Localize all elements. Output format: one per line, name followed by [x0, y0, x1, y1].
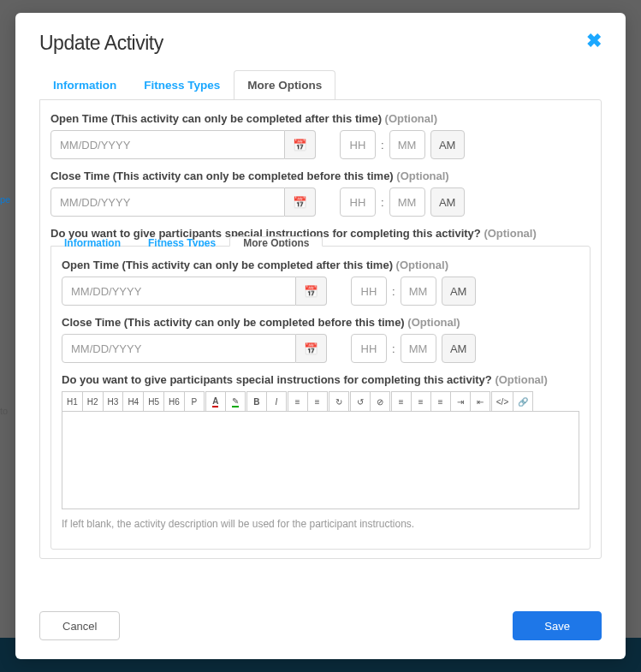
calendar-icon: 📅 — [304, 342, 318, 355]
nested-open-time-label: Open Time (This activity can only be com… — [62, 259, 579, 271]
toolbar-code-button[interactable]: </> — [491, 391, 513, 412]
nested-close-time-label: Close Time (This activity can only be co… — [62, 316, 579, 329]
tab-fitness-types[interactable]: Fitness Types — [130, 70, 234, 100]
modal-footer: Cancel Save — [39, 596, 602, 640]
toolbar-h1-button[interactable]: H1 — [62, 391, 83, 412]
cancel-button[interactable]: Cancel — [39, 611, 120, 640]
toolbar-italic-button[interactable]: I — [266, 391, 287, 412]
toolbar-h5-button[interactable]: H5 — [143, 391, 164, 412]
unordered-list-icon: ≡ — [315, 397, 320, 407]
undo-icon: ↺ — [357, 397, 364, 407]
update-activity-modal: Update Activity ✖ Information Fitness Ty… — [15, 13, 626, 659]
nested-tab-information[interactable]: Information — [50, 236, 134, 247]
bg-color-icon: ✎ — [232, 396, 239, 407]
calendar-icon: 📅 — [293, 196, 307, 209]
toolbar-ol-button[interactable]: ≡ — [288, 391, 308, 412]
toolbar-h3-button[interactable]: H3 — [103, 391, 124, 412]
close-time-label: Close Time (This activity can only be co… — [50, 169, 591, 182]
nested-open-date-picker-button[interactable]: 📅 — [296, 277, 327, 306]
toolbar-link-button[interactable]: 🔗 — [513, 391, 533, 412]
toolbar-ul-button[interactable]: ≡ — [307, 391, 328, 412]
open-date-picker-button[interactable]: 📅 — [285, 130, 316, 159]
open-hour-input[interactable] — [340, 130, 376, 159]
nested-close-minute-input[interactable] — [401, 334, 436, 363]
instructions-editor[interactable] — [62, 411, 579, 509]
ordered-list-icon: ≡ — [295, 397, 300, 407]
tab-information[interactable]: Information — [39, 70, 130, 100]
nested-open-minute-input[interactable] — [401, 277, 436, 306]
background-text: pe — [0, 194, 10, 205]
toolbar-undo-button[interactable]: ↺ — [350, 391, 371, 412]
toolbar-bold-button[interactable]: B — [246, 391, 267, 412]
nested-tab-more[interactable]: More Options — [229, 236, 323, 247]
nested-open-ampm-toggle[interactable]: AM — [442, 277, 476, 306]
toolbar-indent-button[interactable]: ⇥ — [450, 391, 471, 412]
toolbar-h6-button[interactable]: H6 — [163, 391, 185, 412]
instructions-label: Do you want to give participants special… — [62, 373, 579, 386]
align-right-icon: ≡ — [438, 397, 443, 407]
toolbar-h4-button[interactable]: H4 — [122, 391, 144, 412]
calendar-icon: 📅 — [304, 285, 318, 298]
bold-icon: B — [253, 397, 259, 407]
close-minute-input[interactable] — [389, 187, 425, 217]
link-icon: 🔗 — [518, 397, 528, 407]
modal-title: Update Activity — [39, 32, 163, 55]
align-center-icon: ≡ — [418, 397, 424, 407]
text-color-icon: A — [212, 396, 218, 407]
tab-bar: Information Fitness Types More Options — [39, 70, 602, 100]
toolbar-bg-color-button[interactable]: ✎ — [225, 391, 246, 412]
calendar-icon: 📅 — [293, 139, 307, 152]
toolbar-align-center-button[interactable]: ≡ — [411, 391, 431, 412]
nested-panel: Open Time (This activity can only be com… — [50, 246, 591, 550]
toolbar-redo-button[interactable]: ↻ — [329, 391, 349, 412]
tab-more-options[interactable]: More Options — [234, 70, 335, 100]
toolbar-align-right-button[interactable]: ≡ — [430, 391, 451, 412]
toolbar-text-color-button[interactable]: A — [205, 391, 226, 412]
code-icon: </> — [496, 397, 508, 407]
indent-icon: ⇥ — [457, 397, 464, 407]
clear-icon: ⊘ — [377, 397, 383, 407]
nested-close-hour-input[interactable] — [351, 334, 387, 363]
nested-open-date-input[interactable] — [62, 277, 296, 306]
open-minute-input[interactable] — [389, 130, 425, 159]
nested-close-ampm-toggle[interactable]: AM — [442, 334, 476, 363]
close-hour-input[interactable] — [340, 187, 376, 217]
nested-close-date-input[interactable] — [62, 334, 296, 363]
nested-close-date-picker-button[interactable]: 📅 — [296, 334, 327, 363]
align-left-icon: ≡ — [399, 397, 404, 407]
save-button[interactable]: Save — [513, 611, 602, 640]
nested-open-hour-input[interactable] — [351, 277, 387, 306]
italic-icon: I — [275, 397, 277, 407]
close-date-input[interactable] — [50, 187, 285, 217]
nested-tab-fitness[interactable]: Fitness Types — [134, 236, 229, 247]
toolbar-clear-button[interactable]: ⊘ — [370, 391, 390, 412]
more-options-panel: Open Time (This activity can only be com… — [39, 99, 602, 559]
outdent-icon: ⇤ — [477, 397, 484, 407]
redo-icon: ↻ — [335, 397, 342, 407]
close-date-picker-button[interactable]: 📅 — [285, 187, 316, 217]
open-date-input[interactable] — [50, 130, 285, 159]
toolbar-align-left-button[interactable]: ≡ — [391, 391, 412, 412]
toolbar-h2-button[interactable]: H2 — [82, 391, 104, 412]
toolbar-outdent-button[interactable]: ⇤ — [470, 391, 490, 412]
open-ampm-toggle[interactable]: AM — [430, 130, 465, 159]
instructions-help-text: If left blank, the activity description … — [62, 518, 579, 530]
close-ampm-toggle[interactable]: AM — [430, 187, 465, 217]
close-icon[interactable]: ✖ — [586, 32, 602, 51]
toolbar-p-button[interactable]: P — [184, 391, 205, 412]
editor-toolbar: H1 H2 H3 H4 H5 H6 P A ✎ B I — [62, 391, 579, 412]
background-text-2: to — [0, 406, 8, 416]
open-time-label: Open Time (This activity can only be com… — [50, 112, 591, 125]
